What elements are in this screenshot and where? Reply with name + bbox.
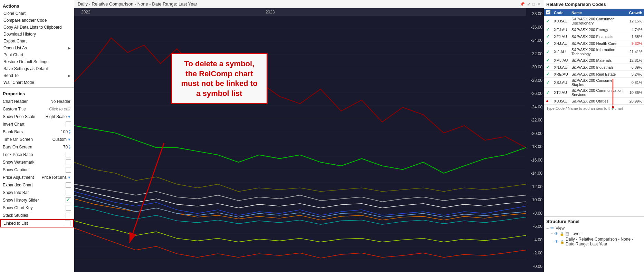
row-growth: -9.32%: [627, 40, 644, 47]
table-row[interactable]: ✓ XMJ:AU S&P/ASX 200 Materials 12.81%: [544, 57, 644, 64]
action-label: Copy All Data Lists to Clipboard: [3, 25, 62, 30]
header-checkbox[interactable]: [546, 10, 550, 14]
action-item[interactable]: Clone Chart: [0, 10, 74, 17]
row-checkmark[interactable]: ✓: [546, 90, 550, 95]
row-checkmark[interactable]: ✓: [546, 65, 550, 70]
checkbox[interactable]: [66, 213, 71, 218]
spinner-down-icon[interactable]: ▼: [68, 147, 71, 150]
action-item[interactable]: Wall Chart Mode: [0, 79, 74, 86]
action-item[interactable]: Open List As▶: [0, 45, 74, 51]
prop-label: Custom Title: [3, 107, 49, 111]
struct-chart: 👁 🔒 Daily - Relative Comparison - None -…: [546, 236, 642, 247]
checkbox[interactable]: [66, 152, 71, 157]
action-label: Open List As: [3, 46, 27, 50]
row-code: XEJ:AU: [552, 26, 570, 33]
row-checkmark[interactable]: ✓: [546, 71, 550, 77]
table-row[interactable]: ✓ XDJ:AU S&P/ASX 200 Consumer Discretion…: [544, 16, 644, 26]
prop-row-blank-bars: Blank Bars100▲▼: [0, 128, 74, 136]
spinner[interactable]: ▲▼: [68, 144, 71, 150]
layer-lock-icon: 🔒: [560, 232, 564, 236]
row-growth: 6.89%: [627, 64, 644, 71]
action-item[interactable]: Download History: [0, 31, 74, 38]
prop-row-show-history-slider: Show History Slider: [0, 196, 74, 204]
rel-comp-header: Relative Comparison Codes: [544, 0, 644, 9]
layer-collapse[interactable]: −: [550, 231, 553, 236]
row-checkmark[interactable]: ✓: [546, 19, 550, 24]
prop-label: Show Info Bar: [3, 190, 66, 195]
checkbox[interactable]: [66, 167, 71, 173]
pin-icon[interactable]: 📌: [520, 2, 525, 7]
row-checkmark[interactable]: ✓: [546, 34, 550, 39]
prop-row-show-caption: Show Caption: [0, 166, 74, 174]
prop-label: Show Caption: [3, 167, 66, 172]
row-checkmark[interactable]: ✓: [546, 41, 550, 46]
table-row[interactable]: ✓ XEJ:AU S&P/ASX 200 Energy 4.74%: [544, 26, 644, 33]
spinner-value: 70: [63, 145, 68, 149]
row-name: S&P/ASX 200 Real Estate: [570, 71, 627, 78]
y-axis-label: -34.00: [527, 38, 542, 42]
checkbox[interactable]: [66, 122, 71, 127]
row-growth: 12.81%: [627, 57, 644, 64]
checkbox[interactable]: [65, 221, 70, 226]
prop-dropdown[interactable]: Price Returns ▼: [41, 175, 71, 180]
prop-label: Time On Screen: [3, 137, 52, 142]
row-checkmark[interactable]: ✓: [546, 58, 550, 63]
prop-row-show-price-scale: Show Price ScaleRight Scale ▼: [0, 113, 74, 120]
row-growth: 1.38%: [627, 33, 644, 40]
action-item[interactable]: Restore Default Settings: [0, 58, 74, 65]
row-growth: 12.15%: [627, 16, 644, 26]
spinner-down-icon[interactable]: ▼: [68, 132, 71, 135]
action-label: Clone Chart: [3, 11, 26, 16]
table-row[interactable]: ✓ XTJ:AU S&P/ASX 200 Communication Servi…: [544, 88, 644, 98]
th-growth: Growth: [627, 9, 644, 16]
close-icon[interactable]: ✕: [537, 2, 540, 7]
table-row[interactable]: ✓ XHJ:AU S&P/ASX 200 Health Care -9.32%: [544, 40, 644, 47]
y-axis-label: -32.00: [527, 52, 542, 56]
row-checkmark[interactable]: ✓: [546, 49, 550, 55]
row-checkmark[interactable]: ●: [546, 98, 549, 104]
action-item[interactable]: Copy All Data Lists to Clipboard: [0, 24, 74, 31]
prop-dropdown[interactable]: Custom ▼: [52, 137, 71, 142]
row-checkmark[interactable]: ✓: [546, 27, 550, 32]
chart-title-bar: Daily - Relative Comparison - None - Dat…: [74, 0, 544, 8]
checkbox[interactable]: [66, 205, 71, 211]
action-label: Send To: [3, 73, 19, 78]
action-item[interactable]: Compare another Code: [0, 17, 74, 24]
chart-eye-icon: 👁: [555, 239, 559, 244]
view-collapse[interactable]: −: [546, 226, 549, 231]
th-name: Name: [570, 9, 627, 16]
struct-layer: − 👁 🔒 ▤ Layer: [546, 231, 642, 236]
chart-lock-icon: 🔒: [560, 240, 564, 244]
row-checkmark[interactable]: ✓: [546, 80, 550, 85]
left-panel: Actions Clone ChartCompare another CodeC…: [0, 0, 74, 272]
table-row[interactable]: ✓ XNJ:AU S&P/ASX 200 Industrials 6.89%: [544, 64, 644, 71]
table-row[interactable]: ✓ XRE:AU S&P/ASX 200 Real Estate 5.24%: [544, 71, 644, 78]
add-item-input[interactable]: [544, 105, 644, 112]
struct-view: − 👁 View: [546, 225, 642, 231]
checkbox[interactable]: [66, 182, 71, 188]
prop-click-edit[interactable]: Click to edit: [49, 107, 70, 111]
checkbox[interactable]: [66, 197, 71, 203]
table-row[interactable]: ✓ XFJ:AU S&P/ASX 200 Financials 1.38%: [544, 33, 644, 40]
action-item[interactable]: Send To▶: [0, 72, 74, 79]
table-row[interactable]: ✓ XIJ:AU S&P/ASX 200 Information Technol…: [544, 47, 644, 57]
action-item[interactable]: Save Settings as Default: [0, 65, 74, 72]
checkbox[interactable]: [66, 159, 71, 165]
y-axis-label: -24.00: [527, 105, 542, 109]
row-code: XTJ:AU: [552, 88, 570, 98]
chevron-down-icon: ▼: [67, 175, 71, 179]
action-item[interactable]: Export Chart: [0, 38, 74, 45]
prop-row-show-info-bar: Show Info Bar: [0, 189, 74, 196]
row-name: S&P/ASX 200 Information Technology: [570, 47, 627, 57]
action-item[interactable]: Print Chart: [0, 51, 74, 58]
dropdown-value: Price Returns: [41, 175, 67, 180]
x-label-2023: 2023: [266, 10, 275, 14]
prop-dropdown[interactable]: Right Scale ▼: [46, 114, 71, 119]
spinner[interactable]: ▲▼: [68, 129, 71, 135]
checkbox[interactable]: [66, 190, 71, 195]
maximize-icon[interactable]: □: [532, 2, 535, 7]
row-growth: 5.24%: [627, 71, 644, 78]
resize-icon[interactable]: ⤢: [527, 2, 530, 7]
table-row[interactable]: ● XUJ:AU S&P/ASX 200 Utilities 28.99%: [544, 98, 644, 105]
table-row[interactable]: ✓ XSJ:AU S&P/ASX 200 Consumer Staples 0.…: [544, 78, 644, 88]
